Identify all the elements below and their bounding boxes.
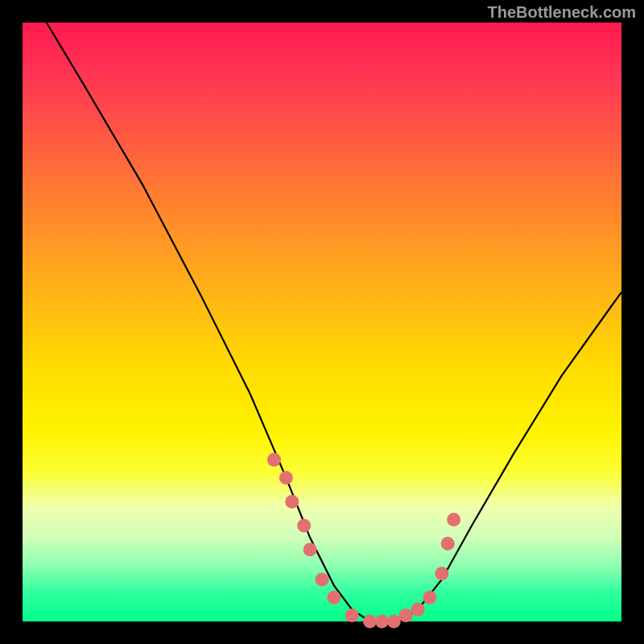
- scatter-dot: [423, 591, 436, 605]
- watermark-text: TheBottleneck.com: [488, 3, 636, 22]
- scatter-dot: [411, 603, 425, 617]
- scatter-dot: [316, 572, 329, 586]
- scatter-dot: [375, 615, 389, 629]
- scatter-dot: [279, 471, 293, 485]
- scatter-dot: [387, 615, 401, 629]
- scatter-dot: [303, 543, 317, 556]
- scatter-dot: [285, 495, 299, 509]
- curve-line: [47, 23, 621, 621]
- scatter-dot: [399, 609, 413, 622]
- scatter-dot: [363, 615, 377, 629]
- scatter-dot: [441, 537, 455, 551]
- scatter-dot: [435, 567, 448, 580]
- scatter-dot: [267, 453, 281, 467]
- plot-area: [23, 23, 621, 621]
- scatter-dot: [345, 609, 359, 622]
- scatter-dot: [297, 518, 311, 532]
- scatter-dot: [327, 591, 341, 605]
- chart-svg: [23, 23, 621, 621]
- scatter-dot: [447, 513, 460, 526]
- scatter-dots: [267, 453, 460, 629]
